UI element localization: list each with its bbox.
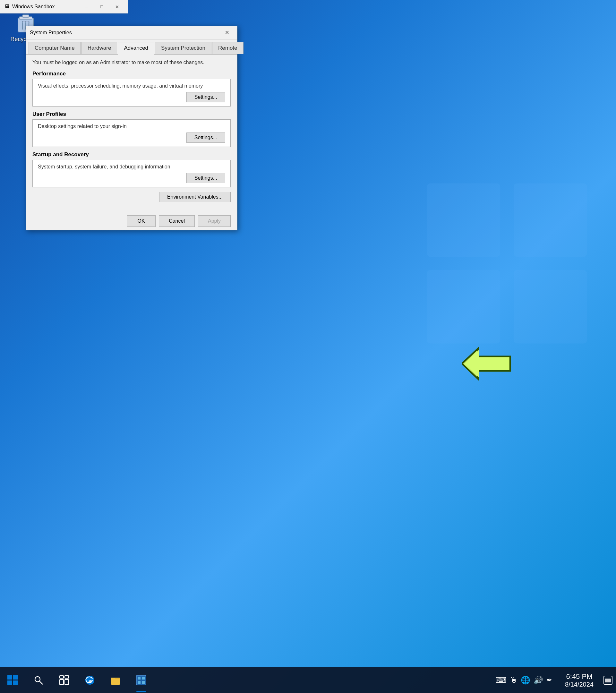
tab-hardware[interactable]: Hardware: [81, 42, 117, 54]
clock-time: 6:45 PM: [566, 672, 593, 681]
dialog-titlebar[interactable]: System Properties ✕: [26, 26, 237, 39]
svg-line-19: [39, 681, 43, 684]
svg-rect-12: [479, 357, 510, 370]
sandbox-title: 🖥 Windows Sandbox: [4, 3, 79, 10]
sandbox-title-text: Windows Sandbox: [12, 4, 55, 9]
sandbox-taskbar-icon: [135, 674, 147, 686]
tab-remote[interactable]: Remote: [212, 42, 243, 54]
tray-keyboard-btn[interactable]: ⌨: [495, 676, 506, 685]
startup-recovery-settings-btn[interactable]: Settings...: [186, 173, 225, 183]
desktop: Recycle Bin 🖥 Windows Sandbox ─ □ ✕: [0, 0, 616, 693]
taskbar-explorer-btn[interactable]: [103, 667, 128, 693]
tab-advanced[interactable]: Advanced: [118, 42, 154, 55]
svg-rect-2: [427, 270, 500, 343]
explorer-icon: [110, 674, 121, 686]
tray-tablet-btn[interactable]: 🖱: [510, 676, 517, 685]
svg-point-18: [35, 677, 40, 682]
svg-rect-33: [605, 678, 611, 682]
tab-system-protection[interactable]: System Protection: [155, 42, 212, 54]
startup-recovery-section: System startup, system failure, and debu…: [33, 160, 231, 187]
svg-rect-22: [60, 679, 63, 685]
svg-rect-28: [138, 677, 141, 679]
arrow-svg: [462, 334, 526, 385]
sandbox-titlebar: 🖥 Windows Sandbox ─ □ ✕: [0, 0, 128, 14]
performance-section: Visual effects, processor scheduling, me…: [33, 79, 231, 106]
svg-rect-21: [65, 676, 69, 678]
admin-notice: You must be logged on as an Administrato…: [33, 60, 231, 65]
edge-icon: [84, 674, 96, 686]
tray-volume-btn[interactable]: 🔊: [534, 676, 543, 685]
sandbox-minimize-btn[interactable]: ─: [79, 2, 94, 12]
ok-button[interactable]: OK: [127, 215, 156, 227]
sandbox-close-btn[interactable]: ✕: [110, 2, 124, 12]
performance-label: Performance: [33, 71, 66, 77]
user-profiles-desc: Desktop settings related to your sign-in: [38, 123, 225, 129]
svg-rect-16: [7, 680, 12, 685]
dialog-close-btn[interactable]: ✕: [220, 28, 233, 38]
notification-btn[interactable]: [600, 667, 616, 693]
startup-recovery-label: Startup and Recovery: [33, 152, 89, 158]
svg-rect-3: [514, 270, 587, 343]
tray-pen-btn[interactable]: ✒: [547, 676, 552, 684]
taskbar-apps: [77, 667, 495, 693]
system-properties-dialog: System Properties ✕ Computer Name Hardwa…: [26, 26, 237, 230]
startup-recovery-desc: System startup, system failure, and debu…: [38, 164, 225, 170]
windows-logo-decoration: [423, 180, 590, 347]
svg-rect-20: [60, 676, 63, 678]
start-button[interactable]: [0, 667, 26, 693]
sandbox-maximize-btn[interactable]: □: [94, 2, 109, 12]
taskbar-sandbox-btn[interactable]: [128, 667, 154, 693]
user-profiles-label: User Profiles: [33, 111, 66, 117]
tab-computer-name[interactable]: Computer Name: [28, 42, 81, 54]
search-button[interactable]: [26, 667, 51, 693]
task-view-icon: [59, 675, 69, 685]
dialog-body: You must be logged on as an Administrato…: [26, 55, 237, 212]
svg-rect-30: [138, 681, 141, 684]
user-profiles-settings-btn[interactable]: Settings...: [186, 133, 225, 143]
task-view-button[interactable]: [51, 667, 77, 693]
svg-rect-29: [142, 677, 145, 679]
start-icon: [7, 674, 19, 686]
dialog-footer: OK Cancel Apply: [26, 212, 237, 230]
tray-network-btn[interactable]: 🌐: [521, 676, 530, 685]
svg-rect-1: [514, 183, 587, 257]
taskbar-tray: ⌨ 🖱 🌐 🔊 ✒: [495, 676, 559, 685]
svg-rect-15: [13, 675, 18, 679]
tabs-container: Computer Name Hardware Advanced System P…: [26, 39, 237, 55]
sandbox-controls: ─ □ ✕: [79, 2, 124, 12]
sandbox-icon: 🖥: [4, 3, 9, 10]
svg-rect-6: [22, 15, 29, 17]
svg-rect-14: [7, 675, 12, 679]
taskbar: ⌨ 🖱 🌐 🔊 ✒ 6:45 PM 8/14/2024: [0, 667, 616, 693]
clock-date: 8/14/2024: [565, 681, 594, 688]
svg-point-25: [88, 680, 93, 683]
notification-icon: [603, 676, 613, 685]
svg-rect-0: [427, 183, 500, 257]
svg-rect-31: [142, 681, 145, 684]
svg-rect-17: [13, 680, 18, 685]
performance-desc: Visual effects, processor scheduling, me…: [38, 83, 225, 89]
svg-rect-23: [65, 679, 69, 685]
environment-variables-btn[interactable]: Environment Variables...: [159, 192, 231, 202]
dialog-window: System Properties ✕ Computer Name Hardwa…: [26, 26, 237, 230]
taskbar-clock[interactable]: 6:45 PM 8/14/2024: [559, 672, 600, 688]
dialog-title: System Properties: [30, 30, 220, 36]
cancel-button[interactable]: Cancel: [159, 215, 195, 227]
performance-settings-btn[interactable]: Settings...: [186, 92, 225, 102]
arrow-cursor-decoration: [462, 334, 526, 387]
search-icon: [33, 675, 44, 685]
apply-button[interactable]: Apply: [198, 215, 231, 227]
taskbar-edge-btn[interactable]: [77, 667, 103, 693]
user-profiles-section: Desktop settings related to your sign-in…: [33, 119, 231, 147]
